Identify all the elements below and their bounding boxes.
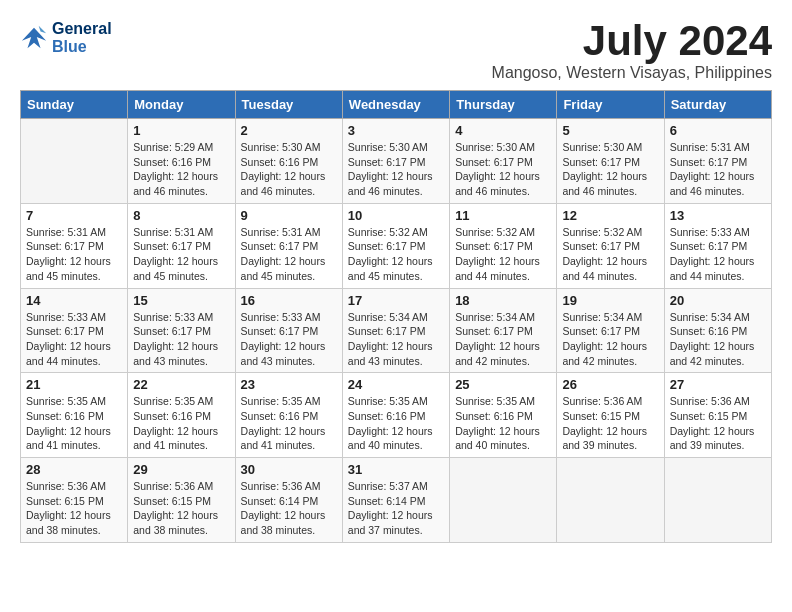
day-info: Sunrise: 5:31 AM Sunset: 6:17 PM Dayligh… xyxy=(26,225,122,284)
day-number: 31 xyxy=(348,462,444,477)
calendar-cell: 19Sunrise: 5:34 AM Sunset: 6:17 PM Dayli… xyxy=(557,288,664,373)
day-number: 29 xyxy=(133,462,229,477)
calendar-table: SundayMondayTuesdayWednesdayThursdayFrid… xyxy=(20,90,772,543)
calendar-cell xyxy=(664,458,771,543)
logo-text-line2: Blue xyxy=(52,38,112,56)
day-number: 11 xyxy=(455,208,551,223)
week-row-2: 7Sunrise: 5:31 AM Sunset: 6:17 PM Daylig… xyxy=(21,203,772,288)
weekday-header-monday: Monday xyxy=(128,91,235,119)
calendar-cell: 31Sunrise: 5:37 AM Sunset: 6:14 PM Dayli… xyxy=(342,458,449,543)
day-number: 10 xyxy=(348,208,444,223)
day-info: Sunrise: 5:33 AM Sunset: 6:17 PM Dayligh… xyxy=(241,310,337,369)
day-info: Sunrise: 5:31 AM Sunset: 6:17 PM Dayligh… xyxy=(241,225,337,284)
calendar-cell: 3Sunrise: 5:30 AM Sunset: 6:17 PM Daylig… xyxy=(342,119,449,204)
day-info: Sunrise: 5:32 AM Sunset: 6:17 PM Dayligh… xyxy=(348,225,444,284)
month-title: July 2024 xyxy=(492,20,772,62)
calendar-cell: 8Sunrise: 5:31 AM Sunset: 6:17 PM Daylig… xyxy=(128,203,235,288)
calendar-cell: 17Sunrise: 5:34 AM Sunset: 6:17 PM Dayli… xyxy=(342,288,449,373)
calendar-cell: 11Sunrise: 5:32 AM Sunset: 6:17 PM Dayli… xyxy=(450,203,557,288)
weekday-header-tuesday: Tuesday xyxy=(235,91,342,119)
calendar-cell: 28Sunrise: 5:36 AM Sunset: 6:15 PM Dayli… xyxy=(21,458,128,543)
day-number: 6 xyxy=(670,123,766,138)
day-info: Sunrise: 5:36 AM Sunset: 6:15 PM Dayligh… xyxy=(26,479,122,538)
calendar-cell: 24Sunrise: 5:35 AM Sunset: 6:16 PM Dayli… xyxy=(342,373,449,458)
day-info: Sunrise: 5:30 AM Sunset: 6:17 PM Dayligh… xyxy=(562,140,658,199)
day-info: Sunrise: 5:36 AM Sunset: 6:15 PM Dayligh… xyxy=(562,394,658,453)
logo-text-line1: General xyxy=(52,20,112,38)
logo-icon xyxy=(20,24,48,52)
calendar-cell: 7Sunrise: 5:31 AM Sunset: 6:17 PM Daylig… xyxy=(21,203,128,288)
calendar-cell xyxy=(450,458,557,543)
calendar-cell: 23Sunrise: 5:35 AM Sunset: 6:16 PM Dayli… xyxy=(235,373,342,458)
day-info: Sunrise: 5:31 AM Sunset: 6:17 PM Dayligh… xyxy=(133,225,229,284)
day-number: 7 xyxy=(26,208,122,223)
title-area: July 2024 Mangoso, Western Visayas, Phil… xyxy=(492,20,772,82)
day-info: Sunrise: 5:36 AM Sunset: 6:15 PM Dayligh… xyxy=(133,479,229,538)
day-number: 23 xyxy=(241,377,337,392)
week-row-4: 21Sunrise: 5:35 AM Sunset: 6:16 PM Dayli… xyxy=(21,373,772,458)
calendar-cell: 27Sunrise: 5:36 AM Sunset: 6:15 PM Dayli… xyxy=(664,373,771,458)
day-number: 26 xyxy=(562,377,658,392)
week-row-1: 1Sunrise: 5:29 AM Sunset: 6:16 PM Daylig… xyxy=(21,119,772,204)
weekday-header-row: SundayMondayTuesdayWednesdayThursdayFrid… xyxy=(21,91,772,119)
day-info: Sunrise: 5:35 AM Sunset: 6:16 PM Dayligh… xyxy=(241,394,337,453)
calendar-cell: 26Sunrise: 5:36 AM Sunset: 6:15 PM Dayli… xyxy=(557,373,664,458)
day-info: Sunrise: 5:37 AM Sunset: 6:14 PM Dayligh… xyxy=(348,479,444,538)
calendar-cell: 9Sunrise: 5:31 AM Sunset: 6:17 PM Daylig… xyxy=(235,203,342,288)
week-row-5: 28Sunrise: 5:36 AM Sunset: 6:15 PM Dayli… xyxy=(21,458,772,543)
logo: General Blue xyxy=(20,20,112,56)
calendar-cell: 21Sunrise: 5:35 AM Sunset: 6:16 PM Dayli… xyxy=(21,373,128,458)
week-row-3: 14Sunrise: 5:33 AM Sunset: 6:17 PM Dayli… xyxy=(21,288,772,373)
calendar-cell xyxy=(557,458,664,543)
weekday-header-sunday: Sunday xyxy=(21,91,128,119)
day-number: 22 xyxy=(133,377,229,392)
day-number: 19 xyxy=(562,293,658,308)
calendar-cell xyxy=(21,119,128,204)
calendar-cell: 15Sunrise: 5:33 AM Sunset: 6:17 PM Dayli… xyxy=(128,288,235,373)
day-number: 16 xyxy=(241,293,337,308)
calendar-cell: 25Sunrise: 5:35 AM Sunset: 6:16 PM Dayli… xyxy=(450,373,557,458)
day-number: 17 xyxy=(348,293,444,308)
calendar-cell: 4Sunrise: 5:30 AM Sunset: 6:17 PM Daylig… xyxy=(450,119,557,204)
calendar-cell: 22Sunrise: 5:35 AM Sunset: 6:16 PM Dayli… xyxy=(128,373,235,458)
day-info: Sunrise: 5:34 AM Sunset: 6:17 PM Dayligh… xyxy=(455,310,551,369)
day-info: Sunrise: 5:35 AM Sunset: 6:16 PM Dayligh… xyxy=(348,394,444,453)
day-number: 13 xyxy=(670,208,766,223)
calendar-cell: 14Sunrise: 5:33 AM Sunset: 6:17 PM Dayli… xyxy=(21,288,128,373)
calendar-cell: 20Sunrise: 5:34 AM Sunset: 6:16 PM Dayli… xyxy=(664,288,771,373)
day-info: Sunrise: 5:34 AM Sunset: 6:17 PM Dayligh… xyxy=(562,310,658,369)
weekday-header-wednesday: Wednesday xyxy=(342,91,449,119)
weekday-header-friday: Friday xyxy=(557,91,664,119)
day-number: 30 xyxy=(241,462,337,477)
calendar-cell: 18Sunrise: 5:34 AM Sunset: 6:17 PM Dayli… xyxy=(450,288,557,373)
calendar-cell: 16Sunrise: 5:33 AM Sunset: 6:17 PM Dayli… xyxy=(235,288,342,373)
day-number: 3 xyxy=(348,123,444,138)
day-number: 27 xyxy=(670,377,766,392)
calendar-cell: 29Sunrise: 5:36 AM Sunset: 6:15 PM Dayli… xyxy=(128,458,235,543)
day-info: Sunrise: 5:33 AM Sunset: 6:17 PM Dayligh… xyxy=(26,310,122,369)
day-info: Sunrise: 5:35 AM Sunset: 6:16 PM Dayligh… xyxy=(133,394,229,453)
day-info: Sunrise: 5:32 AM Sunset: 6:17 PM Dayligh… xyxy=(455,225,551,284)
day-number: 21 xyxy=(26,377,122,392)
day-info: Sunrise: 5:34 AM Sunset: 6:16 PM Dayligh… xyxy=(670,310,766,369)
day-info: Sunrise: 5:33 AM Sunset: 6:17 PM Dayligh… xyxy=(133,310,229,369)
day-number: 2 xyxy=(241,123,337,138)
day-number: 18 xyxy=(455,293,551,308)
calendar-cell: 1Sunrise: 5:29 AM Sunset: 6:16 PM Daylig… xyxy=(128,119,235,204)
day-number: 20 xyxy=(670,293,766,308)
day-number: 24 xyxy=(348,377,444,392)
page-header: General Blue July 2024 Mangoso, Western … xyxy=(20,20,772,82)
calendar-cell: 12Sunrise: 5:32 AM Sunset: 6:17 PM Dayli… xyxy=(557,203,664,288)
day-number: 8 xyxy=(133,208,229,223)
calendar-cell: 13Sunrise: 5:33 AM Sunset: 6:17 PM Dayli… xyxy=(664,203,771,288)
day-number: 5 xyxy=(562,123,658,138)
weekday-header-thursday: Thursday xyxy=(450,91,557,119)
calendar-cell: 5Sunrise: 5:30 AM Sunset: 6:17 PM Daylig… xyxy=(557,119,664,204)
day-info: Sunrise: 5:36 AM Sunset: 6:14 PM Dayligh… xyxy=(241,479,337,538)
day-info: Sunrise: 5:36 AM Sunset: 6:15 PM Dayligh… xyxy=(670,394,766,453)
day-number: 28 xyxy=(26,462,122,477)
day-info: Sunrise: 5:35 AM Sunset: 6:16 PM Dayligh… xyxy=(455,394,551,453)
day-number: 4 xyxy=(455,123,551,138)
day-info: Sunrise: 5:34 AM Sunset: 6:17 PM Dayligh… xyxy=(348,310,444,369)
day-info: Sunrise: 5:30 AM Sunset: 6:17 PM Dayligh… xyxy=(348,140,444,199)
